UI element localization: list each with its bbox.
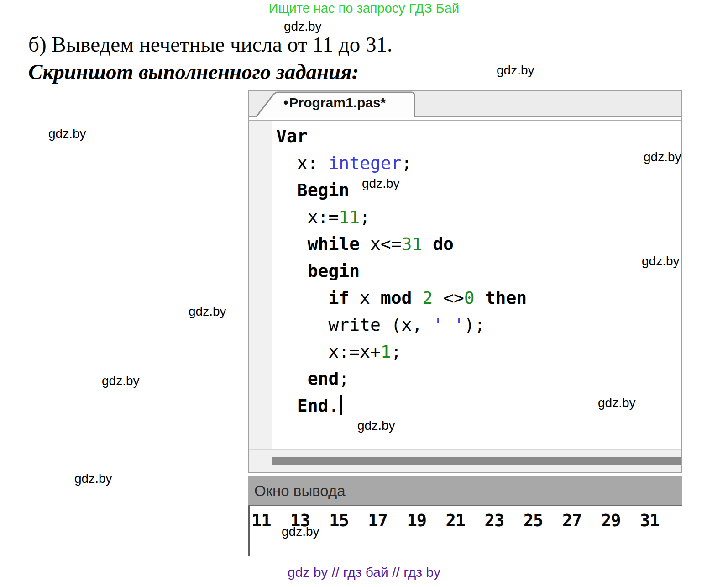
watermark: gdz.by	[74, 471, 112, 486]
task-subtitle: Скриншот выполненного задания:	[28, 59, 359, 84]
tab-filename: Program1.pas*	[289, 95, 386, 110]
code-line: if x mod 2 <>0 then	[276, 285, 681, 312]
code-line: x:=11;	[276, 204, 681, 231]
code-line: x:=x+1;	[276, 338, 681, 365]
watermark: gdz.by	[282, 524, 319, 539]
code-line: end;	[276, 365, 681, 392]
editor-gutter	[249, 121, 272, 449]
horizontal-scrollbar[interactable]	[249, 449, 681, 472]
watermark: gdz.by	[362, 176, 400, 191]
code-line: Begin	[276, 177, 681, 204]
code-line: Var	[276, 123, 681, 150]
tab-strip: •Program1.pas*	[249, 91, 681, 117]
watermark: gdz.by	[497, 63, 534, 78]
watermark: gdz.by	[48, 127, 86, 141]
code-line: write (x, ' ');	[276, 312, 681, 338]
watermark: gdz.by	[357, 418, 395, 433]
code-line: begin	[276, 258, 681, 285]
promo-banner: Ищите нас по запросу ГДЗ Бай	[0, 1, 728, 16]
code-line: while x<=31 do	[276, 231, 681, 258]
output-panel-header: Окно вывода	[248, 476, 682, 506]
watermark: gdz.by	[284, 19, 322, 34]
tab-program1[interactable]: •Program1.pas*	[255, 91, 416, 117]
watermark: gdz.by	[642, 254, 680, 269]
text-cursor	[340, 395, 342, 415]
scrollbar-thumb[interactable]	[272, 457, 681, 465]
task-title: б) Выведем нечетные числа от 11 до 31.	[28, 32, 393, 57]
watermark: gdz.by	[189, 304, 226, 319]
footer-links: gdz by // гдз бай // гдз by	[0, 565, 728, 580]
watermark: gdz.by	[102, 374, 140, 388]
code-line: x: integer;	[276, 150, 681, 177]
watermark: gdz.by	[644, 150, 681, 164]
watermark: gdz.by	[598, 396, 636, 410]
modified-dot-icon: •	[283, 95, 288, 110]
ide-window: •Program1.pas* Var x: integer; Begin x:=…	[248, 90, 682, 473]
output-panel-title: Окно вывода	[248, 476, 682, 505]
tab-label: •Program1.pas*	[283, 95, 386, 111]
